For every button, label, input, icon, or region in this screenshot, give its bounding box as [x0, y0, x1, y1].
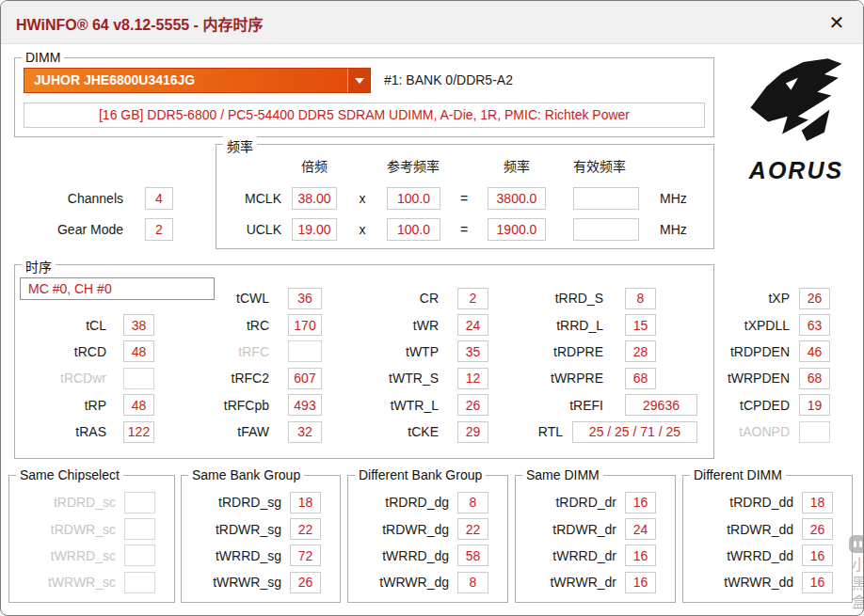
channels-value-box: 4 [145, 187, 173, 210]
different-dimm-group: Different DIMM tRDRD_dd18 tRDWR_dd26 tWR… [682, 475, 853, 603]
dimm-details-field: [16 GB] DDR5-6800 / PC5-54400 DDR5 SDRAM… [24, 103, 705, 128]
timing-value-box: 18 [802, 492, 833, 513]
timing-label: tRCDwr [29, 371, 106, 386]
timing-value-box: 493 [288, 394, 322, 416]
timing-label: tREFI [500, 398, 603, 413]
timing-value-box: 25 / 25 / 71 / 25 [572, 421, 697, 443]
timing-label: tWRPRE [500, 371, 603, 386]
dimm-module-dropdown[interactable]: JUHOR JHE6800U3416JG [24, 68, 371, 93]
timing-value-box: 63 [799, 314, 830, 336]
timing-label: tRDWR_dr [552, 522, 616, 537]
equals-sign: = [456, 188, 472, 210]
timing-value-box: 26 [457, 394, 488, 416]
timing-value-box: 22 [290, 518, 321, 540]
dimm-slot-label: #1: BANK 0/DDR5-A2 [384, 70, 513, 91]
timing-label: tRDWR_dg [382, 522, 449, 537]
timing-value-box: 122 [123, 421, 154, 443]
timing-value-box [124, 545, 155, 566]
timing-value-box: 46 [799, 340, 830, 362]
dimm-module-dropdown-value: JUHOR JHE6800U3416JG [34, 72, 195, 87]
timing-label: tXP [693, 291, 790, 306]
timing-label: tCPDED [693, 398, 790, 413]
timing-value-box: 18 [290, 492, 321, 513]
timings-column-3: CR2 tWR24 tWTP35 tWTR_S12 tWTR_L26 tCKE2… [340, 285, 488, 445]
timing-label: tRDWR_sg [216, 522, 281, 537]
timing-label: tRRD_L [500, 318, 603, 333]
timing-value-box: 24 [457, 314, 488, 336]
same-bank-group: Same Bank Group tRDRD_sg18 tRDWR_sg22 tW… [181, 475, 341, 603]
xiaoheihe-logo-icon [849, 535, 864, 553]
timing-label: tRFC [166, 344, 269, 359]
close-button[interactable]: ✕ [824, 9, 850, 36]
timing-label: tWTR_S [340, 371, 439, 386]
timing-label: tWRRD_sc [51, 548, 116, 563]
equals-sign: = [456, 219, 472, 241]
timing-label: tWRRD_dr [552, 548, 616, 563]
timing-value-box: 12 [457, 368, 488, 389]
group-title: Different DIMM [690, 467, 786, 482]
header-multiplier: 倍频 [286, 156, 343, 178]
timings-column-4: tRRD_S8 tRRD_L15 tRDPRE28 tWRPRE68 tREFI… [500, 285, 697, 445]
gear-mode-value-box: 2 [145, 218, 173, 241]
times-sign: x [355, 219, 370, 241]
timing-label: tRDPDEN [693, 344, 790, 359]
timings-column-2: tCWL36 tRC170 tRFC tRFC2607 tRFCpb493 tF… [166, 285, 322, 445]
mclk-multiplier-box: 38.00 [292, 187, 337, 210]
timing-label: tRCD [29, 344, 106, 359]
header-effective: 有效频率 [562, 156, 637, 178]
timing-value-box: 8 [625, 288, 656, 309]
gear-mode-label: Gear Mode [39, 219, 123, 241]
timing-value-box: 16 [802, 545, 833, 566]
timing-value-box [288, 340, 322, 362]
header-frequency: 频率 [488, 156, 545, 178]
timing-label: tAONPD [693, 424, 790, 439]
timing-label: tRDWR_dd [727, 522, 793, 537]
timing-label: tWR [340, 318, 439, 333]
mclk-label: MCLK [227, 188, 281, 210]
timing-label: tRDRD_dd [729, 495, 793, 510]
mclk-frequency-box: 3800.0 [488, 187, 546, 210]
chevron-down-icon [355, 78, 364, 84]
group-title: Same Chipselect [16, 467, 123, 482]
timing-value-box: 8 [457, 492, 488, 513]
timing-value-box [124, 518, 155, 540]
same-chipselect-group: Same Chipselect tRDRD_sc tRDWR_sc tWRRD_… [8, 475, 175, 603]
timing-label: tRDPRE [500, 344, 603, 359]
different-bank-group: Different Bank Group tRDRD_dg8 tRDWR_dg2… [347, 475, 508, 603]
uclk-unit-label: MHz [660, 219, 687, 241]
timing-value-box: 15 [625, 314, 656, 336]
frequency-group-label: 频率 [223, 136, 257, 155]
dropdown-arrow-area[interactable] [347, 69, 370, 92]
timing-value-box: 22 [457, 518, 488, 540]
timing-value-box: 72 [290, 545, 321, 566]
timing-value-box: 16 [625, 492, 656, 513]
timing-value-box: 38 [123, 314, 154, 336]
timing-label: tWRRD_dd [727, 548, 793, 563]
hwinfo-memory-timings-window: HWiNFO® 64 v8.12-5555 - 内存时序 ✕ DIMM JUHO… [0, 0, 864, 616]
timing-label: tRRD_S [500, 291, 603, 306]
timing-value-box: 16 [625, 572, 656, 593]
timing-label: tWTR_L [340, 398, 439, 413]
timing-value-box: 170 [288, 314, 322, 336]
uclk-effective-box [573, 218, 639, 241]
timing-value-box [124, 572, 155, 593]
timing-value-box: 48 [123, 340, 154, 362]
times-sign: x [355, 188, 370, 210]
watermark: 小黑盒 [846, 535, 864, 613]
timing-label: tRDRD_sg [218, 495, 281, 510]
timing-label: CR [340, 291, 439, 306]
timing-value-box: 36 [288, 288, 322, 309]
timing-value-box: 19 [799, 394, 830, 416]
timing-value-box: 29 [457, 421, 488, 443]
channels-label: Channels [39, 188, 123, 210]
window-title: HWiNFO® 64 v8.12-5555 - 内存时序 [16, 12, 263, 35]
timing-label: tRDRD_dg [385, 495, 449, 510]
uclk-label: UCLK [227, 219, 281, 241]
timing-value-box: 68 [799, 368, 830, 389]
mclk-effective-box [573, 187, 639, 210]
timing-value-box: 8 [457, 572, 488, 593]
mclk-unit-label: MHz [660, 188, 687, 210]
timing-value-box: 16 [802, 572, 833, 593]
timings-column-1: tCL38 tRCD48 tRCDwr tRP48 tRAS122 [29, 285, 154, 445]
timing-label: tCKE [340, 424, 439, 439]
